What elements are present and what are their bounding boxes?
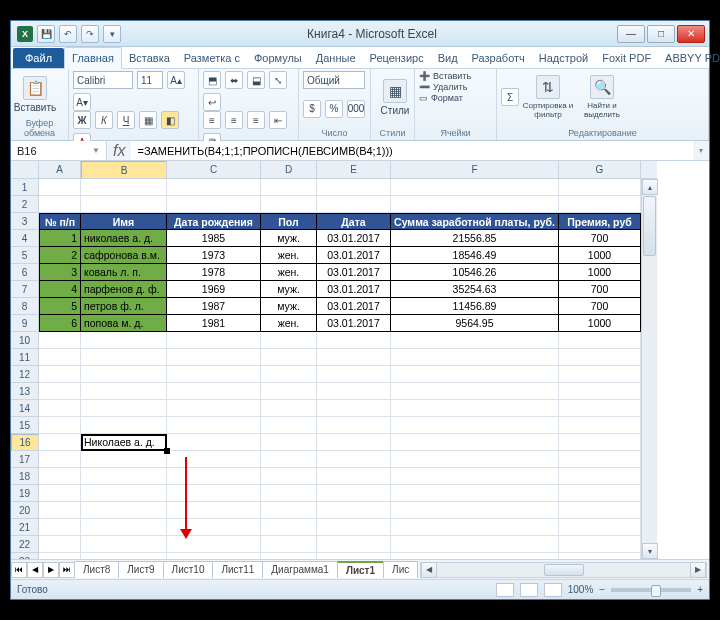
number-format-select[interactable]: Общий [303, 71, 365, 89]
format-cells-button[interactable]: ▭Формат [419, 93, 463, 103]
cell[interactable]: 03.01.2017 [317, 281, 391, 298]
cell[interactable]: № п/п [39, 213, 81, 230]
cell[interactable]: Дата [317, 213, 391, 230]
align-left-button[interactable]: ≡ [203, 111, 221, 129]
cell[interactable]: 700 [559, 230, 641, 247]
row-header[interactable]: 13 [11, 383, 39, 400]
cell[interactable] [261, 502, 317, 519]
wrap-text-button[interactable]: ↩ [203, 93, 221, 111]
tab-insert[interactable]: Вставка [122, 48, 177, 68]
tab-view[interactable]: Вид [431, 48, 465, 68]
row-header[interactable]: 3 [11, 213, 39, 230]
scroll-thumb[interactable] [643, 196, 656, 256]
cell[interactable]: 03.01.2017 [317, 315, 391, 332]
font-size-select[interactable]: 11 [137, 71, 163, 89]
cell[interactable] [391, 179, 559, 196]
cell[interactable]: 1 [39, 230, 81, 247]
cell[interactable]: 11456.89 [391, 298, 559, 315]
close-button[interactable]: ✕ [677, 25, 705, 43]
cell[interactable] [261, 553, 317, 559]
cell[interactable]: Дата рождения [167, 213, 261, 230]
row-header[interactable]: 21 [11, 519, 39, 536]
sheet-tab[interactable]: Лист9 [118, 561, 163, 578]
cell[interactable] [81, 400, 167, 417]
sheet-tab[interactable]: Диаграмма1 [262, 561, 338, 578]
zoom-out-button[interactable]: − [599, 584, 605, 595]
cell[interactable]: коваль л. п. [81, 264, 167, 281]
align-top-button[interactable]: ⬒ [203, 71, 221, 89]
row-header[interactable]: 17 [11, 451, 39, 468]
tab-abbyy[interactable]: ABBYY PDF [658, 48, 720, 68]
sheet-tab[interactable]: Лист1 [337, 561, 384, 578]
cell[interactable] [317, 434, 391, 451]
cell[interactable]: николаев а. д. [81, 230, 167, 247]
redo-button[interactable]: ↷ [81, 25, 99, 43]
tab-addins[interactable]: Надстрой [532, 48, 595, 68]
hscroll-thumb[interactable] [544, 564, 584, 576]
scroll-down-button[interactable]: ▾ [642, 543, 658, 559]
fill-handle[interactable] [164, 448, 170, 454]
cell[interactable] [167, 349, 261, 366]
cell[interactable] [39, 553, 81, 559]
cell[interactable] [261, 468, 317, 485]
cell[interactable]: парфенов д. ф. [81, 281, 167, 298]
cell[interactable]: Пол [261, 213, 317, 230]
cell[interactable] [317, 553, 391, 559]
cell[interactable] [559, 485, 641, 502]
col-header-c[interactable]: C [167, 161, 261, 179]
col-header-g[interactable]: G [559, 161, 641, 179]
cell[interactable] [559, 349, 641, 366]
row-header[interactable]: 9 [11, 315, 39, 332]
cell[interactable] [81, 502, 167, 519]
cell[interactable] [167, 468, 261, 485]
row-header[interactable]: 12 [11, 366, 39, 383]
first-sheet-button[interactable]: ⏮ [11, 562, 27, 578]
tab-home[interactable]: Главная [64, 47, 122, 69]
row-header[interactable]: 22 [11, 536, 39, 553]
cell[interactable] [39, 485, 81, 502]
cell[interactable]: 1000 [559, 315, 641, 332]
cell[interactable] [261, 417, 317, 434]
cell[interactable]: 03.01.2017 [317, 264, 391, 281]
cell[interactable] [81, 349, 167, 366]
cell[interactable] [167, 383, 261, 400]
tab-developer[interactable]: Разработч [465, 48, 532, 68]
fill-color-button[interactable]: ◧ [161, 111, 179, 129]
row-header[interactable]: 1 [11, 179, 39, 196]
cell[interactable] [317, 485, 391, 502]
row-header[interactable]: 5 [11, 247, 39, 264]
row-header[interactable]: 8 [11, 298, 39, 315]
cell[interactable] [81, 383, 167, 400]
cell[interactable] [261, 196, 317, 213]
save-button[interactable]: 💾 [37, 25, 55, 43]
select-all-button[interactable] [11, 161, 39, 179]
row-header[interactable]: 10 [11, 332, 39, 349]
cell[interactable] [317, 519, 391, 536]
cell[interactable] [317, 366, 391, 383]
bold-button[interactable]: Ж [73, 111, 91, 129]
next-sheet-button[interactable]: ▶ [43, 562, 59, 578]
row-header[interactable]: 19 [11, 485, 39, 502]
cell[interactable] [391, 196, 559, 213]
cell[interactable] [81, 179, 167, 196]
cell[interactable]: 4 [39, 281, 81, 298]
tab-foxit[interactable]: Foxit PDF [595, 48, 658, 68]
align-right-button[interactable]: ≡ [247, 111, 265, 129]
cell[interactable] [317, 196, 391, 213]
cell[interactable]: 1981 [167, 315, 261, 332]
row-header[interactable]: 14 [11, 400, 39, 417]
tab-review[interactable]: Рецензирс [363, 48, 431, 68]
row-header[interactable]: 4 [11, 230, 39, 247]
cell[interactable]: 03.01.2017 [317, 247, 391, 264]
cell[interactable] [317, 536, 391, 553]
tab-layout[interactable]: Разметка с [177, 48, 247, 68]
scroll-up-button[interactable]: ▴ [642, 179, 658, 195]
cell[interactable]: 9564.95 [391, 315, 559, 332]
row-header[interactable]: 15 [11, 417, 39, 434]
styles-button[interactable]: ▦ Стили [375, 71, 415, 123]
cell[interactable] [39, 451, 81, 468]
align-center-button[interactable]: ≡ [225, 111, 243, 129]
cell[interactable]: 1987 [167, 298, 261, 315]
align-bottom-button[interactable]: ⬓ [247, 71, 265, 89]
sheet-tab[interactable]: Лист11 [212, 561, 263, 578]
